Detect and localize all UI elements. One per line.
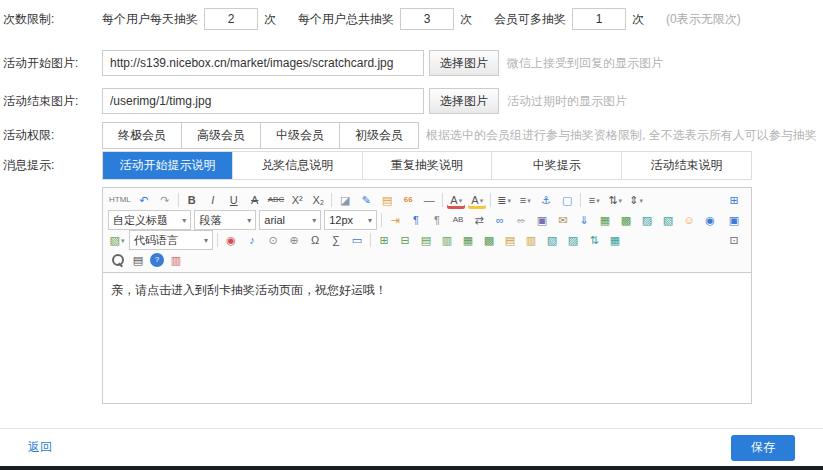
insert-row-icon[interactable]: ▤ bbox=[417, 231, 435, 249]
align-icon[interactable]: ≡▾ bbox=[585, 191, 603, 209]
per-day-label: 每个用户每天抽奖 bbox=[102, 11, 198, 28]
end-image-row: 活动结束图片: 选择图片 活动过期时的显示图片 bbox=[0, 88, 823, 114]
member-level-middle-button[interactable]: 中级会员 bbox=[260, 122, 340, 149]
help-icon[interactable]: ? bbox=[150, 253, 164, 267]
paragraph-select[interactable]: 段落▾ bbox=[194, 210, 256, 230]
highlight-block-icon[interactable]: ▨ bbox=[638, 211, 656, 229]
anchor-icon[interactable]: ⚓ bbox=[537, 191, 555, 209]
special-chars-icon[interactable]: Ω bbox=[306, 231, 324, 249]
tab-repeat-draw[interactable]: 重复抽奖说明 bbox=[363, 152, 493, 179]
font-family-select[interactable]: arial▾ bbox=[259, 210, 321, 230]
table-title-icon[interactable]: ▨ bbox=[564, 231, 582, 249]
custom-title-select[interactable]: 自定义标题▾ bbox=[108, 210, 191, 230]
font-size-select[interactable]: 12px▾ bbox=[324, 210, 377, 230]
insert-video-icon[interactable]: ◉ bbox=[222, 231, 240, 249]
eraser-icon[interactable]: ◪ bbox=[336, 191, 354, 209]
superscript-icon[interactable]: X² bbox=[288, 191, 306, 209]
paste-word-icon[interactable]: ▤ bbox=[378, 191, 396, 209]
line-height-icon[interactable]: ⇅▾ bbox=[606, 191, 624, 209]
member-level-junior-button[interactable]: 初级会员 bbox=[339, 122, 419, 149]
background-color-icon[interactable]: A▾ bbox=[468, 191, 486, 209]
toolbar-separator bbox=[217, 233, 218, 247]
ltr-paragraph-icon[interactable]: ¶ bbox=[407, 211, 425, 229]
snapshot-icon[interactable]: ▩ bbox=[617, 211, 635, 229]
undo-icon[interactable]: ↶ bbox=[135, 191, 153, 209]
letter-spacing-icon[interactable]: AB bbox=[449, 211, 467, 229]
source-code-icon[interactable]: HTML bbox=[108, 191, 132, 209]
font-color-icon[interactable]: A▾ bbox=[447, 191, 465, 209]
insert-table-icon[interactable]: ⊞ bbox=[375, 231, 393, 249]
member-extra-group: 会员可多抽奖 次 bbox=[494, 8, 650, 30]
delete-row-icon[interactable]: ▤ bbox=[501, 231, 519, 249]
editor-body[interactable]: 亲，请点击进入到刮卡抽奖活动页面，祝您好运哦！ bbox=[103, 273, 751, 403]
fullscreen-icon[interactable]: ⊞ bbox=[725, 191, 743, 209]
member-level-ultimate-button[interactable]: 终极会员 bbox=[102, 122, 182, 149]
checklist-icon[interactable]: ▣ bbox=[725, 211, 743, 229]
format-painter-icon[interactable]: ✎ bbox=[357, 191, 375, 209]
insert-col-icon[interactable]: ▥ bbox=[438, 231, 456, 249]
member-extra-input[interactable] bbox=[572, 8, 626, 30]
ordered-list-icon[interactable]: ≣▾ bbox=[495, 191, 513, 209]
underline-icon[interactable]: U bbox=[225, 191, 243, 209]
editor-toolbar: HTML↶↷BIUAABCX²X₂◪✎▤66—A▾A▾≣▾≡▾⚓▢≡▾⇅▾⇕▾⊞… bbox=[103, 188, 751, 273]
table-header-icon[interactable]: ▧ bbox=[543, 231, 561, 249]
per-day-input[interactable] bbox=[204, 8, 258, 30]
auto-typeset-icon[interactable]: ⇄ bbox=[470, 211, 488, 229]
strikethrough-icon[interactable]: A bbox=[246, 191, 264, 209]
delete-table-icon[interactable]: ⊟ bbox=[396, 231, 414, 249]
iframe-icon[interactable]: ▭ bbox=[348, 231, 366, 249]
template-icon[interactable]: ▥ bbox=[167, 251, 185, 269]
rtl-paragraph-icon[interactable]: ¶ bbox=[428, 211, 446, 229]
insert-frame-icon[interactable]: ▢ bbox=[558, 191, 576, 209]
date-icon[interactable]: ⊕ bbox=[285, 231, 303, 249]
save-button[interactable]: 保存 bbox=[731, 435, 795, 461]
unlink-icon[interactable]: ∞ bbox=[512, 211, 530, 229]
download-icon[interactable]: ⇓ bbox=[575, 211, 593, 229]
indent-icon[interactable]: ⇥ bbox=[386, 211, 404, 229]
paragraph-spacing-icon[interactable]: ⇕▾ bbox=[627, 191, 645, 209]
preview-icon[interactable]: ▤ bbox=[129, 251, 147, 269]
table-sort-icon[interactable]: ⇅ bbox=[585, 231, 603, 249]
italic-icon[interactable]: I bbox=[204, 191, 222, 209]
blockquote-icon[interactable]: 66 bbox=[399, 191, 417, 209]
end-image-choose-button[interactable]: 选择图片 bbox=[429, 88, 499, 114]
subscript-icon[interactable]: X₂ bbox=[309, 191, 327, 209]
table-style-icon[interactable]: ▧▾ bbox=[108, 231, 126, 249]
unordered-list-icon[interactable]: ≡▾ bbox=[516, 191, 534, 209]
tab-activity-start-tip[interactable]: 活动开始提示说明 bbox=[103, 152, 233, 179]
member-level-senior-button[interactable]: 高级会员 bbox=[181, 122, 261, 149]
code-language-select[interactable]: 代码语言▾ bbox=[129, 230, 213, 250]
redo-icon[interactable]: ↷ bbox=[156, 191, 174, 209]
split-cells-icon[interactable]: ▩ bbox=[480, 231, 498, 249]
search-replace-icon[interactable] bbox=[108, 251, 126, 269]
message-column: 活动开始提示说明 兑奖信息说明 重复抽奖说明 中奖提示 活动结束说明 HTML↶… bbox=[102, 151, 752, 404]
emotion-icon[interactable]: ☺ bbox=[680, 211, 698, 229]
start-image-label: 活动开始图片: bbox=[0, 55, 102, 72]
clear-doc-icon[interactable]: ▧ bbox=[659, 211, 677, 229]
start-image-input[interactable] bbox=[102, 50, 424, 76]
bold-icon[interactable]: B bbox=[183, 191, 201, 209]
delete-col-icon[interactable]: ▥ bbox=[522, 231, 540, 249]
clock-icon[interactable]: ⊙ bbox=[264, 231, 282, 249]
attachment-icon[interactable]: ✉ bbox=[554, 211, 572, 229]
start-image-choose-button[interactable]: 选择图片 bbox=[429, 50, 499, 76]
word-image-icon[interactable]: ▣ bbox=[533, 211, 551, 229]
spellcheck-icon[interactable]: ABC bbox=[267, 191, 285, 209]
link-icon[interactable]: ∞ bbox=[491, 211, 509, 229]
total-input[interactable] bbox=[400, 8, 454, 30]
permission-hint: 根据选中的会员组进行参与抽奖资格限制, 全不选表示所有人可以参与抽奖 bbox=[426, 127, 817, 144]
table-border-icon[interactable]: ▦ bbox=[606, 231, 624, 249]
tab-redeem-info[interactable]: 兑奖信息说明 bbox=[233, 152, 363, 179]
horizontal-rule-icon[interactable]: — bbox=[420, 191, 438, 209]
tab-activity-end[interactable]: 活动结束说明 bbox=[622, 152, 751, 179]
map-icon[interactable]: ◉ bbox=[701, 211, 719, 229]
per-day-group: 每个用户每天抽奖 次 bbox=[102, 8, 282, 30]
tab-win-tip[interactable]: 中奖提示 bbox=[492, 152, 622, 179]
merge-cells-icon[interactable]: ▦ bbox=[459, 231, 477, 249]
formula-icon[interactable]: ∑ bbox=[327, 231, 345, 249]
back-link[interactable]: 返回 bbox=[28, 439, 52, 456]
insert-music-icon[interactable]: ♪ bbox=[243, 231, 261, 249]
insert-image-icon[interactable]: ▦ bbox=[596, 211, 614, 229]
print-icon[interactable]: ⊡ bbox=[725, 231, 743, 249]
end-image-input[interactable] bbox=[102, 88, 424, 114]
